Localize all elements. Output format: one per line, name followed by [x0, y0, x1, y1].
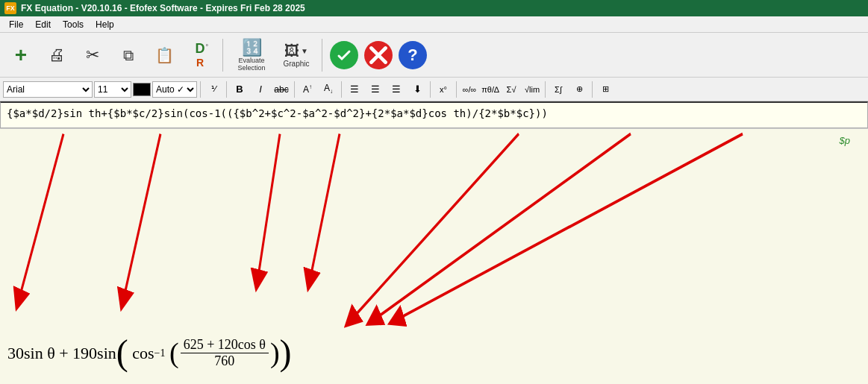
rendered-area: $p 30sin θ + 190sin ( cos−1 ( 625 + 120c…: [0, 128, 868, 384]
fmt-sep-7: [545, 81, 546, 98]
align-center-icon: ☰: [371, 84, 380, 95]
align-right-button[interactable]: ☰: [387, 81, 406, 98]
special-icon: ⊕: [576, 84, 583, 94]
bold-button[interactable]: B: [230, 81, 249, 98]
fmt-sep-2: [226, 81, 227, 98]
equation-input[interactable]: {$a*$d/2}sin th+{$b*$c/2}sin(cos-1(({$b^…: [0, 101, 868, 128]
fmt-sep-6: [456, 81, 457, 98]
print-icon: 🖨: [49, 47, 65, 63]
menu-edit[interactable]: Edit: [29, 18, 57, 31]
size-select[interactable]: 11: [94, 81, 131, 98]
math-render: 30sin θ + 190sin ( cos−1 ( 625 + 120cos …: [7, 337, 292, 369]
fmt-sep-8: [592, 81, 593, 98]
degree-superscript: °: [205, 43, 208, 51]
close-paren-big: ): [280, 338, 292, 368]
svg-line-2: [123, 134, 160, 301]
confirm-button[interactable]: [330, 41, 358, 69]
align-center-button[interactable]: ☰: [366, 81, 385, 98]
graphic-icon: 🖼: [284, 43, 299, 60]
sqrt-lim-button[interactable]: √lim: [522, 81, 542, 98]
color-picker[interactable]: [133, 83, 151, 96]
inner-expr: cos−1 ( 625 + 120cos θ 760 ): [128, 337, 280, 369]
font-select[interactable]: Arial: [3, 81, 93, 98]
neg1-superscript: −1: [154, 347, 166, 359]
fraction-button[interactable]: ⅟: [204, 81, 223, 98]
add-icon: +: [15, 45, 27, 66]
degree-r: R: [196, 57, 204, 69]
svg-line-7: [396, 134, 743, 321]
integral-button[interactable]: Σ∫: [549, 81, 568, 98]
align-bottom-button[interactable]: ⬇: [408, 81, 427, 98]
x-icon: [364, 41, 393, 69]
cut-button[interactable]: ✂: [76, 37, 109, 74]
fmt-sep-4: [341, 81, 342, 98]
graphic-dropdown-arrow: ▼: [301, 47, 308, 55]
align-bottom-icon: ⬇: [413, 84, 422, 95]
sp-label: $p: [840, 135, 850, 146]
fraction: 625 + 120cos θ 760: [181, 337, 269, 369]
open-paren-med: (: [169, 341, 179, 365]
svg-line-6: [373, 134, 631, 321]
copy-icon: ⧉: [123, 48, 134, 63]
paste-button[interactable]: 📋: [148, 37, 181, 74]
pi-theta-button[interactable]: πθ/∆: [481, 81, 500, 98]
separator-1: [222, 39, 223, 72]
fraction-denominator: 760: [211, 353, 237, 369]
svg-line-1: [19, 134, 63, 301]
format-toolbar: Arial 11 Auto ✓ ⅟ B I abc A↑ A↓ ☰ ☰ ☰ ⬇ …: [0, 78, 868, 101]
check-icon: [335, 46, 353, 64]
grid-button[interactable]: ⊞: [596, 81, 615, 98]
menu-help[interactable]: Help: [90, 18, 120, 31]
help-button[interactable]: ?: [399, 41, 427, 69]
infinity-button[interactable]: ∞/∞: [460, 81, 479, 98]
sup-small-button[interactable]: x°: [434, 81, 453, 98]
coefficient-30: 30sin θ + 190sin: [7, 344, 116, 363]
graphic-button[interactable]: 🖼 ▼ Graphic: [277, 37, 316, 74]
sigma-delta-button[interactable]: Σ√: [502, 81, 521, 98]
align-left-button[interactable]: ☰: [345, 81, 364, 98]
degree-icon: D: [196, 41, 205, 57]
fmt-sep-3: [294, 81, 295, 98]
superscript-up-button[interactable]: A↑: [298, 81, 317, 98]
fraction-icon: ⅟: [211, 84, 216, 94]
evaluate-selection-button[interactable]: 🔢 Evaluate Selection: [229, 37, 274, 74]
evaluate-icon: 🔢: [242, 38, 262, 57]
title-bar: FX FX Equation - V20.10.16 - Efofex Soft…: [0, 0, 868, 16]
italic-button[interactable]: I: [251, 81, 270, 98]
fmt-sep-5: [430, 81, 431, 98]
align-left-icon: ☰: [350, 84, 359, 95]
cancel-button[interactable]: [364, 41, 393, 69]
menu-tools[interactable]: Tools: [57, 18, 90, 31]
question-mark-icon: ?: [408, 45, 417, 65]
cut-icon: ✂: [86, 47, 99, 63]
main-toolbar: + 🖨 ✂ ⧉ 📋 D ° R 🔢 Evaluate Selection 🖼 ▼…: [0, 33, 868, 78]
degree-button[interactable]: D ° R: [184, 37, 216, 74]
paste-icon: 📋: [155, 48, 174, 63]
fraction-numerator: 625 + 120cos θ: [181, 337, 269, 353]
superscript-down-button[interactable]: A↓: [319, 81, 338, 98]
svg-line-4: [310, 134, 340, 281]
open-paren-big: (: [116, 338, 128, 368]
add-button[interactable]: +: [4, 37, 37, 74]
strikethrough-icon: abc: [274, 84, 288, 95]
equation-text: {$a*$d/2}sin th+{$b*$c/2}sin(cos-1(({$b^…: [7, 107, 548, 119]
strikethrough-button[interactable]: abc: [272, 81, 291, 98]
content-area: {$a*$d/2}sin th+{$b*$c/2}sin(cos-1(({$b^…: [0, 101, 868, 384]
infinity-icon: ∞/∞: [463, 85, 477, 94]
print-button[interactable]: 🖨: [40, 37, 73, 74]
svg-line-3: [257, 134, 280, 281]
menu-file[interactable]: File: [3, 18, 29, 31]
pi-theta-icon: πθ/∆: [481, 85, 499, 94]
graphic-label: Graphic: [283, 60, 309, 68]
special-button[interactable]: ⊕: [569, 81, 589, 98]
copy-button[interactable]: ⧉: [112, 37, 145, 74]
bold-icon: B: [236, 84, 243, 95]
sup-down-icon: A↓: [324, 83, 333, 95]
line-spacing-select[interactable]: Auto ✓: [152, 81, 197, 98]
fmt-sep-1: [200, 81, 201, 98]
menu-bar: File Edit Tools Help: [0, 16, 868, 33]
title-text: FX Equation - V20.10.16 - Efofex Softwar…: [21, 3, 305, 13]
sigma-delta-icon: Σ√: [507, 85, 516, 94]
grid-icon: ⊞: [602, 84, 609, 94]
evaluate-label: Evaluate Selection: [230, 57, 273, 72]
